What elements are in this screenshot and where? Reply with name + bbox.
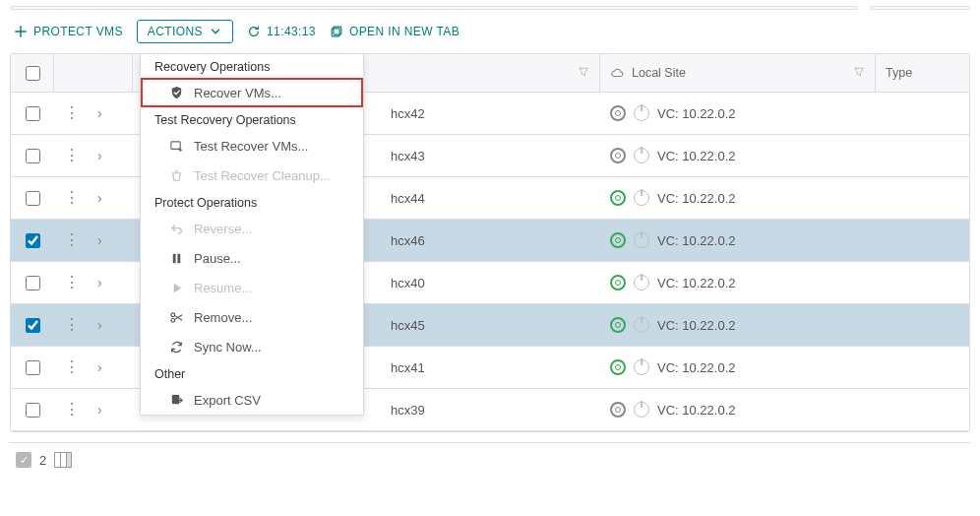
row-checkbox[interactable] <box>26 149 40 163</box>
dd-recover-vms[interactable]: Recover VMs... <box>141 78 363 107</box>
status-icon <box>610 402 626 418</box>
row-expand-icon[interactable]: › <box>97 148 102 163</box>
row-checkbox[interactable] <box>26 360 40 375</box>
type-cell <box>876 389 969 430</box>
site-cell: VC: 10.22.0.2 <box>600 220 876 261</box>
type-cell <box>876 347 969 388</box>
dd-test-recover-label: Test Recover VMs... <box>194 139 308 154</box>
site-text: VC: 10.22.0.2 <box>657 191 736 206</box>
header-type[interactable]: Type <box>876 54 969 92</box>
type-cell <box>876 135 969 176</box>
site-text: VC: 10.22.0.2 <box>657 403 736 418</box>
row-expand-icon[interactable]: › <box>97 105 102 121</box>
row-checkbox-cell <box>11 262 54 303</box>
row-checkbox[interactable] <box>26 191 40 206</box>
dd-resume-label: Resume... <box>194 281 252 295</box>
row-expand-icon[interactable]: › <box>97 232 102 248</box>
row-expand-icon[interactable]: › <box>97 275 102 290</box>
protect-vms-label: PROTECT VMS <box>33 25 123 38</box>
power-icon <box>634 317 649 333</box>
svg-point-4 <box>178 148 181 151</box>
trash-icon <box>168 167 184 183</box>
chevron-down-icon <box>209 25 222 38</box>
dd-remove[interactable]: Remove... <box>141 302 363 332</box>
row-checkbox[interactable] <box>26 403 40 418</box>
header-site-label: Local Site <box>632 66 686 80</box>
row-checkbox-cell <box>11 177 54 219</box>
new-tab-icon <box>330 25 343 38</box>
open-new-tab-label: OPEN IN NEW TAB <box>349 25 459 38</box>
row-expand-icon[interactable]: › <box>97 317 102 333</box>
dd-reverse-label: Reverse... <box>194 222 252 236</box>
row-expand-icon[interactable]: › <box>97 190 102 206</box>
play-icon <box>168 280 184 295</box>
power-icon <box>634 359 649 375</box>
row-checkbox[interactable] <box>26 106 40 121</box>
svg-rect-9 <box>171 394 179 403</box>
status-icon <box>610 190 626 206</box>
dd-pause-label: Pause... <box>194 251 241 266</box>
dd-sync[interactable]: Sync Now... <box>141 332 363 361</box>
row-menu-icon[interactable]: ⋮ <box>64 359 80 375</box>
dd-reverse: Reverse... <box>141 214 363 243</box>
site-text: VC: 10.22.0.2 <box>657 233 736 248</box>
shield-check-icon <box>168 85 184 100</box>
dd-resume: Resume... <box>141 273 363 302</box>
summary-card-small <box>870 6 970 10</box>
open-new-tab-button[interactable]: OPEN IN NEW TAB <box>330 25 459 38</box>
actions-button[interactable]: ACTIONS <box>137 20 233 43</box>
svg-rect-6 <box>177 253 180 262</box>
power-icon <box>634 105 649 121</box>
status-icon <box>610 148 626 163</box>
row-checkbox[interactable] <box>26 276 40 290</box>
select-all-checkbox[interactable] <box>26 66 40 81</box>
header-local-site[interactable]: Local Site <box>600 54 876 92</box>
power-icon <box>634 232 649 248</box>
row-actions-cell: ⋮› <box>54 93 133 134</box>
type-cell <box>876 304 969 346</box>
row-menu-icon[interactable]: ⋮ <box>64 402 80 418</box>
dd-pause[interactable]: Pause... <box>141 243 363 273</box>
row-menu-icon[interactable]: ⋮ <box>64 317 80 333</box>
status-icon <box>610 359 626 375</box>
row-menu-icon[interactable]: ⋮ <box>64 190 80 206</box>
dd-test-recover[interactable]: Test Recover VMs... <box>141 131 363 161</box>
row-checkbox-cell <box>11 93 54 134</box>
column-picker-button[interactable] <box>54 452 72 468</box>
svg-rect-5 <box>172 253 175 262</box>
site-cell: VC: 10.22.0.2 <box>600 389 876 430</box>
row-menu-icon[interactable]: ⋮ <box>64 148 80 163</box>
dd-section-recovery: Recovery Operations <box>141 54 363 78</box>
row-checkbox[interactable] <box>26 318 40 333</box>
row-menu-icon[interactable]: ⋮ <box>64 275 80 290</box>
site-text: VC: 10.22.0.2 <box>657 276 736 290</box>
filter-icon[interactable] <box>578 66 589 81</box>
filter-icon[interactable] <box>853 66 865 81</box>
refresh-button[interactable]: 11:43:13 <box>247 25 316 38</box>
site-text: VC: 10.22.0.2 <box>657 360 736 375</box>
toolbar: PROTECT VMS ACTIONS 11:43:13 OPEN IN NEW… <box>10 14 970 53</box>
site-text: VC: 10.22.0.2 <box>657 149 736 163</box>
power-icon <box>634 275 649 290</box>
row-menu-icon[interactable]: ⋮ <box>64 105 80 121</box>
row-actions-cell: ⋮› <box>54 304 133 346</box>
protect-vms-button[interactable]: PROTECT VMS <box>14 25 123 38</box>
row-actions-cell: ⋮› <box>54 262 133 303</box>
row-expand-icon[interactable]: › <box>97 402 102 418</box>
refresh-icon <box>247 25 261 38</box>
row-expand-icon[interactable]: › <box>97 359 102 375</box>
plus-icon <box>14 25 28 38</box>
export-icon <box>168 392 184 408</box>
row-checkbox[interactable] <box>26 233 40 248</box>
site-text: VC: 10.22.0.2 <box>657 318 736 333</box>
actions-label: ACTIONS <box>148 25 203 38</box>
header-actions-cell <box>54 54 133 92</box>
row-checkbox-cell <box>11 304 54 346</box>
type-cell <box>876 93 969 134</box>
header-checkbox-cell <box>11 54 54 92</box>
footer-selected-icon: ✓ <box>16 452 31 468</box>
dd-export-csv[interactable]: Export CSV <box>141 385 363 415</box>
row-checkbox-cell <box>11 389 54 430</box>
power-icon <box>634 148 649 163</box>
row-menu-icon[interactable]: ⋮ <box>64 232 80 248</box>
